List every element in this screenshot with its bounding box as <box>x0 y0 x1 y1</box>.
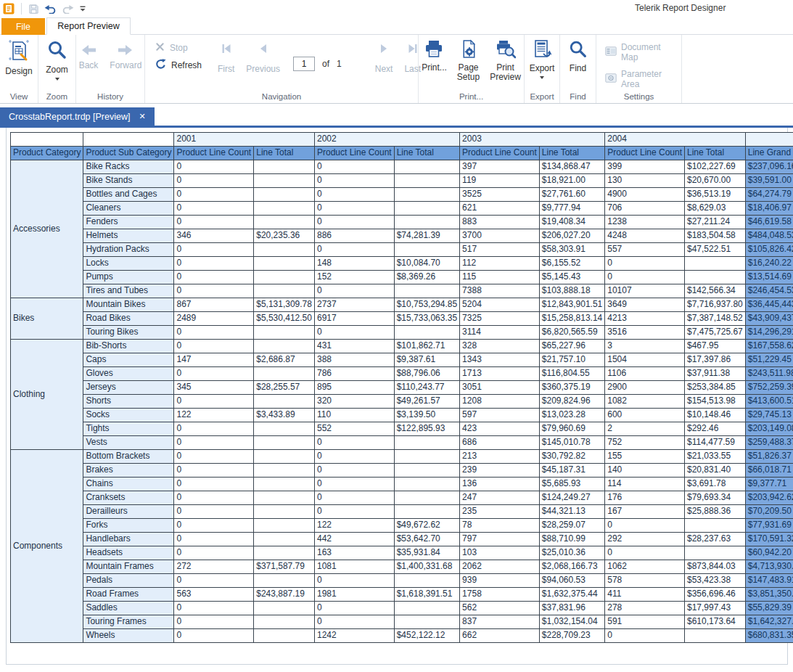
total-cell: $25,010.36 <box>539 546 604 560</box>
print-button[interactable]: Print... <box>417 35 451 73</box>
ribbon: Design View Zoom Zoom Back <box>0 35 793 104</box>
col-header-total: Line Total <box>254 147 315 160</box>
count-cell: 0 <box>314 284 394 298</box>
total-cell: $356,696.46 <box>685 588 746 602</box>
group-label-view: View <box>0 91 38 103</box>
total-cell <box>394 505 459 519</box>
tab-report-preview[interactable]: Report Preview <box>46 17 131 35</box>
count-cell: 2737 <box>314 298 394 312</box>
grand-total-top-cell <box>745 133 793 147</box>
total-cell: $292.46 <box>685 422 746 436</box>
count-cell: 0 <box>314 202 394 216</box>
tab-file[interactable]: File <box>1 18 45 35</box>
parameter-area-button[interactable]: Parameter Area <box>605 69 673 89</box>
forward-button[interactable]: Forward <box>105 35 146 70</box>
page-number-input[interactable] <box>293 57 315 71</box>
export-label: Export <box>530 64 555 73</box>
count-cell: 0 <box>174 243 254 257</box>
total-cell: $243,887.19 <box>254 588 315 602</box>
zoom-button[interactable]: Zoom <box>41 35 73 81</box>
previous-page-button[interactable]: Previous <box>240 35 286 74</box>
total-cell: $27,211.24 <box>685 216 746 229</box>
count-cell: 0 <box>174 340 254 353</box>
total-cell <box>254 546 315 560</box>
count-cell: 0 <box>174 284 254 298</box>
export-button[interactable]: Export <box>525 35 559 79</box>
count-cell: 1081 <box>314 560 394 574</box>
count-cell: 388 <box>314 353 394 367</box>
document-map-button[interactable]: Document Map <box>605 42 673 62</box>
next-page-button[interactable]: Next <box>369 35 399 74</box>
document-tab-title: CrosstabReport.trdp [Preview] <box>9 112 130 122</box>
page-setup-button[interactable]: PageSetup <box>453 35 484 83</box>
table-row: Road Bikes2489$5,530,412.506917$15,733,0… <box>11 312 793 326</box>
count-cell: 552 <box>314 422 394 436</box>
next-page-icon <box>377 42 390 57</box>
ribbon-group-zoom: Zoom Zoom <box>38 35 76 103</box>
document-tab[interactable]: CrosstabReport.trdp [Preview] ✕ <box>0 107 155 126</box>
table-row: Locks0148$10,084.70112$6,155.520$16,240.… <box>11 257 793 271</box>
grand-total-cell: $43,909,437.51 <box>745 312 793 326</box>
count-cell: 2 <box>605 422 685 436</box>
print-preview-button[interactable]: PrintPreview <box>485 35 525 83</box>
design-icon <box>7 39 30 65</box>
first-page-button[interactable]: First <box>212 35 240 74</box>
count-cell: 148 <box>314 257 394 271</box>
refresh-button[interactable]: Refresh <box>155 59 202 72</box>
crosstab-table: 2001200220032004Product CategoryProduct … <box>10 132 793 643</box>
table-row: Cleaners00621$9,777.94706$8,629.03$18,40… <box>11 202 793 216</box>
count-cell: 621 <box>460 202 540 216</box>
grand-total-cell: $237,096.16 <box>745 160 793 174</box>
redo-icon[interactable] <box>62 4 74 14</box>
subcategory-cell: Tires and Tubes <box>83 284 174 298</box>
total-cell: $3,433.89 <box>254 409 315 422</box>
close-icon[interactable]: ✕ <box>139 112 145 121</box>
count-cell: 0 <box>174 257 254 271</box>
grand-total-cell: $170,591.32 <box>745 533 793 546</box>
category-cell: Accessories <box>11 160 83 298</box>
total-cell: $45,187.31 <box>539 464 604 478</box>
print-preview-label: PrintPreview <box>490 63 521 83</box>
total-cell: $94,060.53 <box>539 574 604 588</box>
total-cell: $10,753,294.85 <box>394 298 459 312</box>
undo-icon[interactable] <box>44 4 57 14</box>
grand-total-cell: $29,745.13 <box>745 409 793 422</box>
group-label-history: History <box>76 91 144 103</box>
grand-total-cell: $203,149.08 <box>745 422 793 436</box>
count-cell: 0 <box>174 533 254 546</box>
total-cell: $1,632,375.44 <box>539 588 604 602</box>
total-cell <box>254 478 315 491</box>
total-cell: $3,139.50 <box>394 409 459 422</box>
total-cell <box>394 478 459 491</box>
total-cell <box>685 257 746 271</box>
total-cell <box>254 202 315 216</box>
total-cell: $122,895.93 <box>394 422 459 436</box>
save-icon[interactable] <box>28 4 39 15</box>
count-cell: 119 <box>460 174 540 188</box>
subcategory-cell: Saddles <box>83 602 174 615</box>
back-arrow-icon <box>80 44 97 59</box>
telerik-app-icon[interactable] <box>3 3 15 15</box>
group-label-export: Export <box>525 91 559 103</box>
grand-total-cell: $484,048.53 <box>745 229 793 243</box>
total-cell: $79,960.69 <box>539 422 604 436</box>
count-cell: 0 <box>314 602 394 615</box>
total-cell <box>394 602 459 615</box>
total-cell <box>254 174 315 188</box>
subcategory-cell: Touring Frames <box>83 615 174 629</box>
group-label-settings: Settings <box>596 91 681 103</box>
grand-total-cell: $1,642,327.69 <box>745 615 793 629</box>
count-cell: 4900 <box>605 188 685 202</box>
stop-button[interactable]: Stop <box>155 42 202 54</box>
table-row: Helmets346$20,235.36886$74,281.393700$20… <box>11 229 793 243</box>
customize-quick-access-icon[interactable] <box>79 5 86 12</box>
table-row: Handlebars0442$53,642.70797$88,710.99292… <box>11 533 793 546</box>
total-cell <box>254 436 315 450</box>
design-button[interactable]: Design <box>1 35 36 76</box>
find-button[interactable]: Find <box>564 35 593 73</box>
count-cell: 0 <box>314 574 394 588</box>
back-button[interactable]: Back <box>75 35 103 70</box>
count-cell: 0 <box>174 450 254 464</box>
count-cell: 895 <box>314 381 394 395</box>
total-cell: $452,122.12 <box>394 629 459 643</box>
